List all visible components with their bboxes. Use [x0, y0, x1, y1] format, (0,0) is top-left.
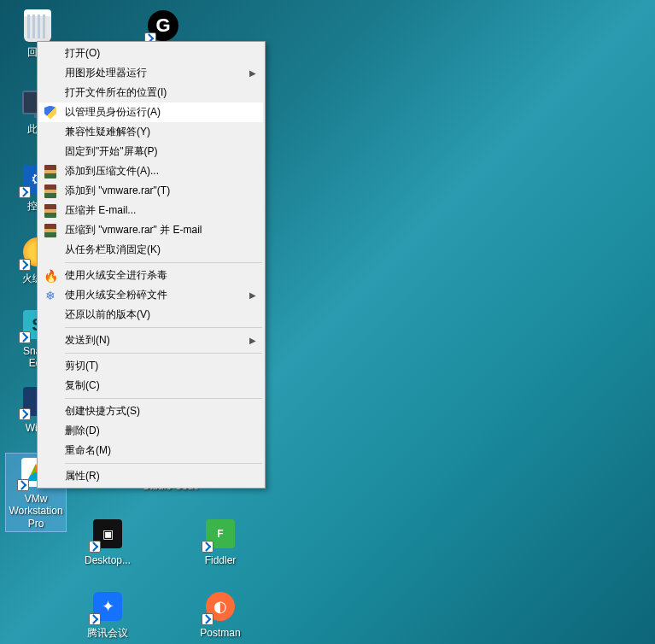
icon-label: 腾讯会议 — [77, 627, 138, 639]
icon-label: VMw Workstation Pro — [8, 493, 64, 530]
menu-label: 剪切(T) — [65, 359, 258, 373]
menu-label: 添加到压缩文件(A)... — [65, 164, 258, 179]
shortcut-arrow-icon — [17, 479, 29, 491]
menu-add-to-vmware-rar[interactable]: 添加到 "vmware.rar"(T) — [39, 181, 263, 201]
menu-copy[interactable]: 复制(C) — [39, 376, 263, 395]
menu-label: 复制(C) — [65, 378, 258, 393]
flame-icon: 🔥 — [43, 268, 58, 284]
menu-label: 添加到 "vmware.rar"(T) — [65, 184, 258, 198]
menu-compress-vmware-email[interactable]: 压缩到 "vmware.rar" 并 E-mail — [39, 220, 263, 240]
shortcut-arrow-icon — [19, 408, 31, 420]
blank-icon — [43, 125, 58, 140]
menu-huorong-shred[interactable]: ❄ 使用火绒安全粉碎文件 ▶ — [39, 285, 263, 305]
menu-label: 以管理员身份运行(A) — [65, 105, 258, 120]
shortcut-arrow-icon — [89, 541, 101, 553]
blank-icon — [43, 333, 58, 348]
blank-icon — [43, 469, 58, 484]
menu-label: 打开(O) — [65, 46, 258, 61]
menu-label: 发送到(N) — [65, 333, 249, 348]
submenu-arrow-icon: ▶ — [249, 290, 258, 300]
menu-unpin-taskbar[interactable]: 从任务栏取消固定(K) — [39, 240, 263, 260]
menu-delete[interactable]: 删除(D) — [39, 421, 263, 441]
desktop-icon-fiddler[interactable]: F Fiddler — [190, 517, 251, 566]
menu-separator — [65, 262, 262, 263]
submenu-arrow-icon: ▶ — [249, 336, 258, 345]
shortcut-arrow-icon — [19, 331, 31, 343]
menu-label: 属性(R) — [65, 469, 258, 483]
blank-icon — [43, 144, 58, 160]
menu-cut[interactable]: 剪切(T) — [39, 356, 263, 376]
menu-label: 兼容性疑难解答(Y) — [65, 125, 258, 139]
shortcut-arrow-icon — [19, 186, 31, 198]
icon-label: Fiddler — [190, 554, 251, 566]
menu-run-as-admin[interactable]: 以管理员身份运行(A) — [39, 102, 263, 122]
shortcut-arrow-icon — [89, 613, 101, 625]
desktop-icon-tencent-meeting[interactable]: ✦ 腾讯会议 — [77, 589, 138, 639]
menu-label: 从任务栏取消固定(K) — [65, 243, 258, 257]
menu-compress-email[interactable]: 压缩并 E-mail... — [39, 201, 263, 220]
shortcut-arrow-icon — [202, 541, 213, 553]
rar-icon — [43, 223, 58, 238]
menu-label: 用图形处理器运行 — [65, 66, 249, 80]
menu-label: 固定到"开始"屏幕(P) — [65, 144, 258, 159]
menu-compat-troubleshoot[interactable]: 兼容性疑难解答(Y) — [39, 122, 263, 142]
context-menu: 打开(O) 用图形处理器运行 ▶ 打开文件所在的位置(I) 以管理员身份运行(A… — [37, 41, 266, 489]
menu-separator — [65, 398, 262, 399]
shield-icon — [43, 105, 58, 120]
menu-rename[interactable]: 重命名(M) — [39, 441, 263, 460]
menu-label: 使用火绒安全粉碎文件 — [65, 288, 249, 302]
blank-icon — [43, 243, 58, 258]
shortcut-arrow-icon — [19, 259, 31, 271]
menu-label: 删除(D) — [65, 424, 258, 438]
shortcut-arrow-icon — [202, 613, 213, 625]
menu-separator — [65, 353, 262, 354]
menu-label: 使用火绒安全进行杀毒 — [65, 268, 258, 283]
submenu-arrow-icon: ▶ — [249, 68, 258, 78]
menu-label: 压缩并 E-mail... — [65, 203, 258, 218]
shred-icon: ❄ — [43, 288, 58, 303]
desktop-icon-postman[interactable]: ◐ Postman — [190, 589, 251, 639]
rar-icon — [43, 164, 58, 179]
menu-separator — [65, 463, 262, 464]
recycle-bin-icon — [24, 9, 51, 42]
menu-add-to-archive[interactable]: 添加到压缩文件(A)... — [39, 161, 263, 181]
blank-icon — [43, 424, 58, 439]
menu-separator — [65, 327, 262, 328]
menu-label: 创建快捷方式(S) — [65, 404, 258, 419]
blank-icon — [43, 307, 58, 323]
blank-icon — [43, 359, 58, 374]
menu-properties[interactable]: 属性(R) — [39, 466, 263, 486]
menu-open-file-location[interactable]: 打开文件所在的位置(I) — [39, 83, 263, 102]
menu-label: 打开文件所在的位置(I) — [65, 85, 258, 100]
menu-open[interactable]: 打开(O) — [39, 44, 263, 63]
icon-label: Postman — [190, 627, 251, 639]
menu-restore-previous[interactable]: 还原以前的版本(V) — [39, 305, 263, 325]
rar-icon — [43, 203, 58, 219]
menu-pin-to-start[interactable]: 固定到"开始"屏幕(P) — [39, 142, 263, 161]
blank-icon — [43, 66, 58, 81]
blank-icon — [43, 85, 58, 101]
menu-label: 压缩到 "vmware.rar" 并 E-mail — [65, 223, 258, 237]
menu-label: 重命名(M) — [65, 443, 258, 458]
menu-create-shortcut[interactable]: 创建快捷方式(S) — [39, 401, 263, 421]
rar-icon — [43, 184, 58, 199]
menu-send-to[interactable]: 发送到(N) ▶ — [39, 331, 263, 350]
menu-label: 还原以前的版本(V) — [65, 307, 258, 322]
icon-label: Desktop... — [77, 554, 138, 566]
menu-run-with-gpu[interactable]: 用图形处理器运行 ▶ — [39, 63, 263, 83]
blank-icon — [43, 404, 58, 419]
blank-icon — [43, 46, 58, 61]
desktop-icon-desktop-app[interactable]: ▣ Desktop... — [77, 517, 138, 566]
blank-icon — [43, 378, 58, 394]
blank-icon — [43, 443, 58, 459]
menu-huorong-scan[interactable]: 🔥 使用火绒安全进行杀毒 — [39, 266, 263, 285]
